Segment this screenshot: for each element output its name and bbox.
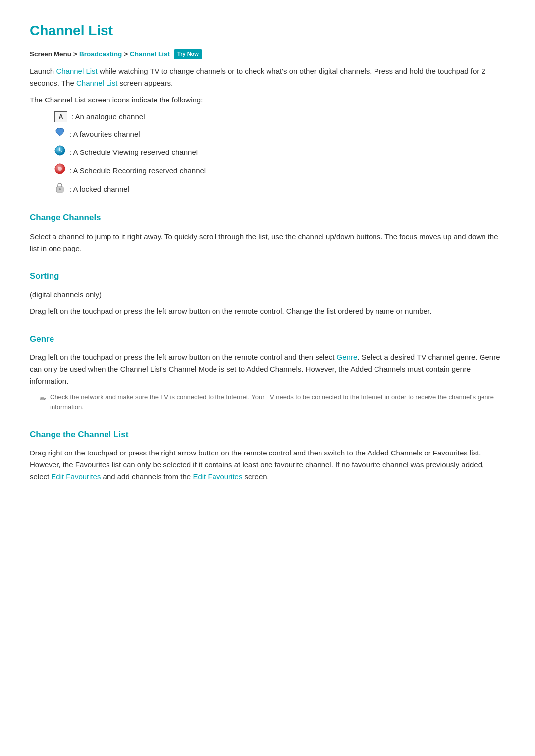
breadcrumb-channel-list[interactable]: Channel List xyxy=(130,49,170,60)
channel-list-link1[interactable]: Channel List xyxy=(56,67,97,75)
icon-item-favourites: : A favourites channel xyxy=(54,127,505,141)
schedule-viewing-icon xyxy=(54,145,65,159)
icon-item-schedule-viewing: : A Schedule Viewing reserved channel xyxy=(54,145,505,159)
icon-item-favourites-text: : A favourites channel xyxy=(69,128,140,140)
breadcrumb: Screen Menu > Broadcasting > Channel Lis… xyxy=(30,49,505,60)
svg-point-4 xyxy=(59,188,61,190)
icons-list: A : An analogue channel : A favourites c… xyxy=(54,111,505,196)
favourites-icon xyxy=(54,127,65,141)
icon-item-locked: : A locked channel xyxy=(54,182,505,196)
breadcrumb-sep2: > xyxy=(124,49,128,60)
genre-link[interactable]: Genre xyxy=(337,353,358,361)
section-title-change-channel-list: Change the Channel List xyxy=(30,428,505,441)
change-channels-text: Select a channel to jump to it right awa… xyxy=(30,231,505,254)
genre-note: ✏ Check the network and make sure the TV… xyxy=(40,392,505,413)
icon-item-schedule-viewing-text: : A Schedule Viewing reserved channel xyxy=(69,147,198,158)
icon-item-analogue: A : An analogue channel xyxy=(54,111,505,123)
icon-item-schedule-recording: : A Schedule Recording reserved channel xyxy=(54,163,505,178)
genre-text: Drag left on the touchpad or press the l… xyxy=(30,352,505,387)
breadcrumb-broadcasting[interactable]: Broadcasting xyxy=(79,49,122,60)
note-pencil-icon: ✏ xyxy=(40,393,46,405)
intro-paragraph: Launch Channel List while watching TV to… xyxy=(30,65,505,89)
intro-text3: screen appears. xyxy=(117,79,173,87)
analogue-icon: A xyxy=(54,111,67,122)
try-now-badge[interactable]: Try Now xyxy=(174,49,202,60)
breadcrumb-screen-menu: Screen Menu xyxy=(30,49,71,60)
schedule-recording-icon xyxy=(54,163,65,178)
sorting-subtitle: (digital channels only) xyxy=(30,289,505,301)
icon-item-schedule-recording-text: : A Schedule Recording reserved channel xyxy=(69,165,206,177)
section-title-change-channels: Change Channels xyxy=(30,211,505,224)
page-title: Channel List xyxy=(30,20,505,42)
section-title-genre: Genre xyxy=(30,332,505,346)
breadcrumb-sep1: > xyxy=(73,49,77,60)
edit-favourites-link1[interactable]: Edit Favourites xyxy=(51,472,101,481)
genre-note-text: Check the network and make sure the TV i… xyxy=(50,392,505,413)
icons-intro-text: The Channel List screen icons indicate t… xyxy=(30,94,505,106)
channel-list-link2[interactable]: Channel List xyxy=(76,79,117,87)
change-channel-list-text: Drag right on the touchpad or press the … xyxy=(30,447,505,483)
intro-text1: Launch xyxy=(30,67,56,75)
section-title-sorting: Sorting xyxy=(30,269,505,283)
icon-item-locked-text: : A locked channel xyxy=(69,183,129,195)
edit-favourites-link2[interactable]: Edit Favourites xyxy=(193,472,242,481)
sorting-text: Drag left on the touchpad or press the l… xyxy=(30,305,505,317)
icon-item-analogue-text: : An analogue channel xyxy=(71,111,145,123)
lock-icon xyxy=(54,182,65,196)
svg-point-2 xyxy=(58,167,62,171)
